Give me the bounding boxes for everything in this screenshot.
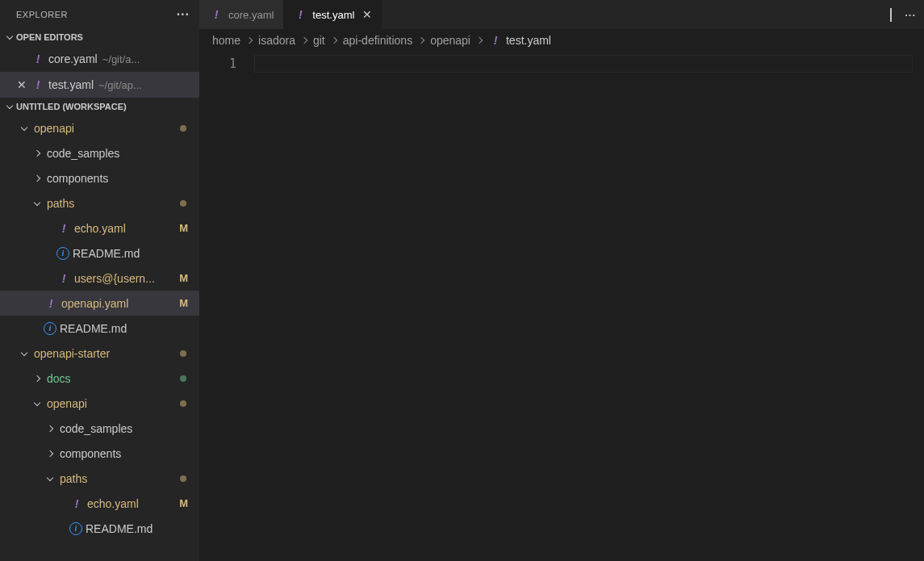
chevron-down-icon	[3, 105, 16, 108]
tree-label: README.md	[86, 522, 153, 535]
git-status-dot	[180, 475, 186, 482]
tree-label: code_samples	[60, 422, 132, 435]
tree-folder[interactable]: openapi	[0, 391, 199, 416]
close-icon[interactable]: ✕	[17, 78, 27, 91]
tree-folder[interactable]: components	[0, 441, 199, 466]
line-gutter: 1	[199, 52, 254, 561]
breadcrumb-filename: test.yaml	[506, 34, 551, 47]
chevron-down-icon	[31, 202, 44, 205]
breadcrumb-segment[interactable]: home	[212, 34, 240, 47]
chevron-right-icon	[332, 38, 337, 43]
breadcrumb-segment[interactable]: api-definitions	[343, 34, 412, 47]
file-tree: openapicode_samplescomponentspaths!echo.…	[0, 115, 199, 541]
editor-pane[interactable]: 1	[199, 52, 924, 561]
tab-bar: !core.yaml!test.yaml✕ ···	[199, 0, 924, 29]
breadcrumb-segment[interactable]: git	[313, 34, 325, 47]
chevron-right-icon	[44, 426, 56, 431]
chevron-right-icon	[31, 176, 44, 181]
git-modified-badge: M	[179, 272, 188, 284]
tree-folder[interactable]: code_samples	[0, 140, 199, 165]
git-status-dot	[180, 375, 186, 382]
tree-folder[interactable]: components	[0, 165, 199, 190]
tree-label: openapi.yaml	[61, 297, 128, 310]
tree-file[interactable]: iREADME.md	[0, 241, 199, 266]
breadcrumbs[interactable]: homeisadoragitapi-definitionsopenapi!tes…	[199, 29, 924, 52]
yaml-file-icon: !	[56, 272, 71, 285]
editor-tab[interactable]: !core.yaml	[199, 0, 283, 29]
info-file-icon: i	[44, 322, 56, 335]
chevron-right-icon	[31, 151, 44, 156]
explorer-sidebar: EXPLORER ··· OPEN EDITORS !core.yaml~/gi…	[0, 0, 199, 561]
tree-file[interactable]: iREADME.md	[0, 516, 199, 541]
git-status-dot	[180, 200, 186, 207]
tree-file[interactable]: !echo.yamlM	[0, 491, 199, 516]
tree-label: docs	[47, 372, 71, 385]
git-modified-badge: M	[179, 297, 188, 309]
minimap[interactable]	[913, 52, 924, 561]
tree-file[interactable]: !users@{usern...M	[0, 266, 199, 291]
open-editors-list: !core.yaml~/git/a...✕!test.yaml~/git/ap.…	[0, 46, 199, 98]
git-modified-badge: M	[179, 222, 188, 234]
git-status-dot	[180, 400, 186, 407]
tree-label: echo.yaml	[87, 497, 139, 510]
chevron-right-icon	[419, 38, 424, 43]
yaml-file-icon: !	[44, 297, 58, 310]
tabs-container: !core.yaml!test.yaml✕	[199, 0, 382, 29]
tree-folder[interactable]: openapi-starter	[0, 341, 199, 366]
info-file-icon: i	[56, 247, 69, 260]
chevron-right-icon	[477, 38, 482, 43]
tree-label: echo.yaml	[74, 222, 126, 235]
yaml-file-icon: !	[209, 8, 224, 21]
tree-label: components	[60, 447, 121, 460]
yaml-file-icon: !	[31, 78, 45, 91]
tab-label: core.yaml	[228, 9, 274, 21]
breadcrumb-segment[interactable]: isadora	[258, 34, 295, 47]
open-editor-item[interactable]: ✕!test.yaml~/git/ap...	[0, 72, 199, 98]
git-status-dot	[180, 125, 186, 132]
tree-folder[interactable]: docs	[0, 366, 199, 391]
chevron-right-icon	[302, 38, 307, 43]
tree-folder[interactable]: paths	[0, 466, 199, 491]
open-editor-item[interactable]: !core.yaml~/git/a...	[0, 46, 199, 72]
explorer-title: EXPLORER	[16, 10, 68, 19]
tree-file[interactable]: !openapi.yamlM	[0, 291, 199, 316]
tree-label: code_samples	[47, 147, 119, 160]
info-file-icon: i	[69, 522, 82, 535]
yaml-file-icon: !	[69, 497, 84, 510]
open-editors-header[interactable]: OPEN EDITORS	[0, 28, 199, 46]
current-line-highlight	[254, 55, 913, 73]
tree-folder[interactable]: openapi	[0, 115, 199, 140]
chevron-down-icon	[3, 36, 16, 39]
explorer-more-icon[interactable]: ···	[177, 7, 190, 22]
tree-label: README.md	[60, 322, 127, 335]
chevron-right-icon	[247, 38, 252, 43]
yaml-file-icon: !	[488, 34, 503, 47]
open-editor-path: ~/git/ap...	[98, 79, 142, 91]
chevron-down-icon	[18, 352, 31, 355]
close-icon[interactable]: ✕	[362, 8, 372, 21]
breadcrumb-segment[interactable]: openapi	[430, 34, 470, 47]
line-number: 1	[199, 57, 236, 71]
tabbar-spacer	[382, 0, 882, 29]
editor-tab[interactable]: !test.yaml✕	[283, 0, 382, 29]
close-slot[interactable]: ✕	[13, 78, 31, 91]
tree-folder[interactable]: code_samples	[0, 416, 199, 441]
tree-file[interactable]: iREADME.md	[0, 316, 199, 341]
tree-label: paths	[47, 197, 74, 210]
tree-folder[interactable]: paths	[0, 190, 199, 216]
chevron-down-icon	[44, 477, 56, 480]
tabbar-actions: ···	[882, 0, 924, 29]
yaml-file-icon: !	[31, 52, 45, 65]
workspace-label: UNTITLED (WORKSPACE)	[16, 102, 127, 111]
tree-file[interactable]: !echo.yamlM	[0, 216, 199, 241]
tree-label: openapi	[47, 397, 87, 410]
breadcrumb-file[interactable]: !test.yaml	[488, 34, 551, 47]
yaml-file-icon: !	[293, 8, 307, 21]
workspace-header[interactable]: UNTITLED (WORKSPACE)	[0, 98, 199, 115]
editor-content[interactable]	[254, 52, 913, 561]
chevron-down-icon	[18, 127, 31, 130]
git-modified-badge: M	[179, 497, 188, 509]
editor-more-icon[interactable]: ···	[905, 9, 916, 21]
yaml-file-icon: !	[56, 222, 71, 235]
split-editor-icon[interactable]	[890, 9, 892, 21]
